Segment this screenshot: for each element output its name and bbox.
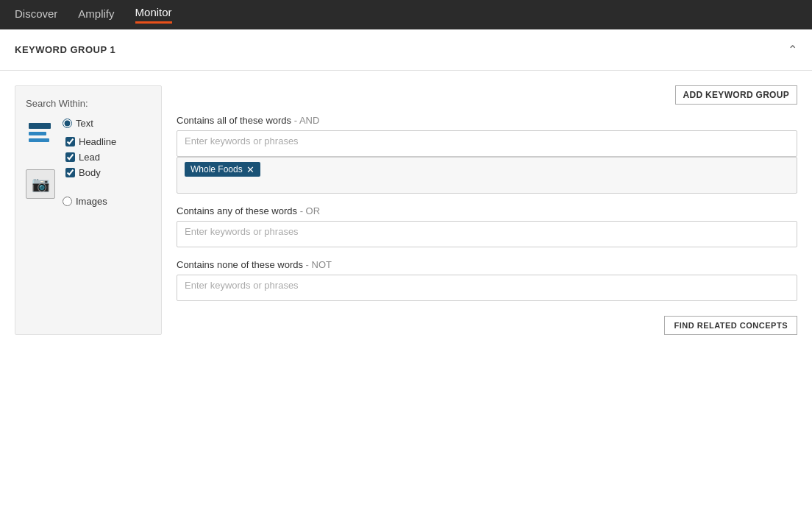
headline-checkbox[interactable] [65, 137, 75, 146]
not-section: Contains none of these words - NOT [177, 259, 797, 301]
nav-monitor[interactable]: Monitor [135, 6, 172, 24]
and-input[interactable] [185, 135, 332, 146]
find-related-row: FIND RELATED CONCEPTS [177, 316, 797, 335]
find-related-concepts-button[interactable]: FIND RELATED CONCEPTS [664, 316, 797, 335]
keywords-area: ADD KEYWORD GROUP Contains all of these … [177, 85, 797, 335]
add-group-button-row: ADD KEYWORD GROUP [177, 85, 797, 105]
lead-checkbox-row[interactable]: Lead [65, 152, 116, 163]
body-label: Body [79, 167, 101, 178]
or-section: Contains any of these words - OR [177, 205, 797, 247]
body-checkbox-row[interactable]: Body [65, 167, 116, 178]
or-section-label: Contains any of these words - OR [177, 205, 797, 216]
image-content-icon: 📷 [26, 169, 55, 199]
keyword-body: Search Within: 📷 [0, 71, 812, 350]
and-section: Contains all of these words - AND Whole … [177, 115, 797, 194]
top-navigation: Discover Amplify Monitor [0, 0, 812, 29]
and-input-box[interactable] [177, 130, 797, 157]
keyword-group-header: KEYWORD GROUP 1 ⌃ [0, 29, 812, 71]
icon-column: 📷 [26, 118, 55, 210]
search-within-options: 📷 Text Headline Le [26, 118, 151, 210]
text-radio[interactable] [63, 119, 72, 128]
and-tag-box: Whole Foods ✕ [177, 157, 797, 194]
images-radio[interactable] [63, 197, 72, 206]
lead-checkbox[interactable] [65, 152, 75, 162]
keyword-group-title: KEYWORD GROUP 1 [15, 44, 115, 55]
nav-discover[interactable]: Discover [15, 7, 57, 23]
nav-amplify[interactable]: Amplify [78, 7, 114, 23]
not-input-box[interactable] [177, 275, 797, 301]
tag-remove-icon[interactable]: ✕ [246, 165, 254, 174]
add-keyword-group-button[interactable]: ADD KEYWORD GROUP [675, 85, 797, 105]
and-section-label: Contains all of these words - AND [177, 115, 797, 126]
tag-label: Whole Foods [190, 164, 243, 174]
or-input-box[interactable] [177, 221, 797, 247]
images-option-label: Images [76, 196, 107, 207]
options-column: Text Headline Lead Body [63, 118, 116, 210]
collapse-icon[interactable]: ⌃ [788, 43, 797, 57]
not-section-label: Contains none of these words - NOT [177, 259, 797, 270]
lead-label: Lead [79, 152, 100, 163]
search-within-label: Search Within: [26, 98, 151, 109]
headline-checkbox-row[interactable]: Headline [65, 136, 116, 147]
text-option-label: Text [76, 118, 93, 129]
whole-foods-tag[interactable]: Whole Foods ✕ [185, 162, 260, 177]
page-content: KEYWORD GROUP 1 ⌃ Search Within: 📷 [0, 29, 812, 350]
text-radio-row[interactable]: Text [63, 118, 116, 129]
text-content-icon [26, 118, 55, 147]
or-input[interactable] [185, 226, 332, 237]
body-checkbox[interactable] [65, 168, 75, 177]
search-within-panel: Search Within: 📷 [15, 85, 162, 335]
images-radio-row[interactable]: Images [63, 196, 116, 207]
not-input[interactable] [185, 280, 332, 291]
headline-label: Headline [79, 136, 116, 147]
